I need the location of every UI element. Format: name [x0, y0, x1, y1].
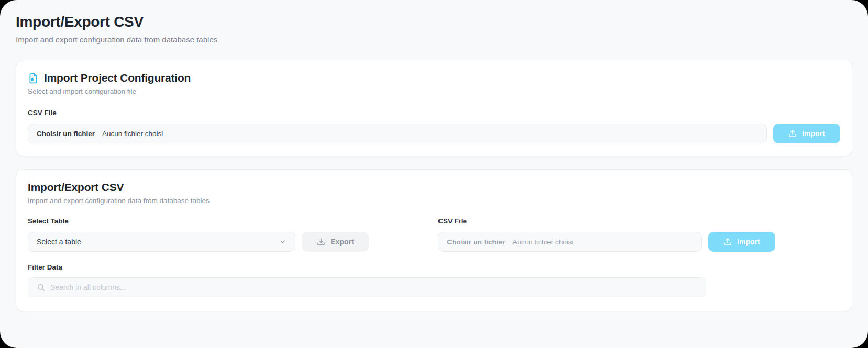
upload-icon: [788, 129, 797, 138]
page-subtitle: Import and export configuration data fro…: [16, 35, 852, 44]
export-button-label: Export: [331, 238, 354, 246]
file-archive-icon: [28, 73, 39, 84]
page-title: Import/Export CSV: [16, 14, 852, 30]
download-icon: [317, 238, 325, 246]
file-choose-button[interactable]: Choisir un fichier: [447, 238, 505, 246]
upload-icon: [723, 238, 732, 246]
file-status-text: Aucun fichier choisi: [512, 238, 573, 246]
table-select[interactable]: Select a table: [28, 232, 295, 252]
page-header: Import/Export CSV Import and export conf…: [0, 0, 868, 44]
import-export-csv-card: Import/Export CSV Import and export conf…: [16, 169, 852, 311]
filter-search-input[interactable]: [50, 283, 697, 291]
filter-data-label: Filter Data: [28, 263, 840, 271]
csv-file-label: CSV File: [28, 109, 840, 117]
import-button-label: Import: [737, 238, 760, 246]
card-title: Import/Export CSV: [28, 181, 840, 194]
card-title: Import Project Configuration: [44, 72, 191, 84]
search-icon: [37, 283, 45, 291]
export-button[interactable]: Export: [302, 232, 369, 252]
select-table-label: Select Table: [28, 217, 369, 225]
import-button[interactable]: Import: [773, 124, 840, 143]
card-subtitle: Import and export configuration data fro…: [28, 197, 840, 205]
table-select-value: Select a table: [37, 238, 81, 246]
filter-search-field[interactable]: [28, 277, 706, 297]
card-subtitle: Select and import configuration file: [28, 87, 840, 95]
file-choose-button[interactable]: Choisir un fichier: [37, 130, 95, 138]
csv-file-label: CSV File: [438, 217, 775, 225]
page: Import/Export CSV Import and export conf…: [0, 0, 868, 348]
import-button-label: Import: [802, 129, 825, 138]
csv-file-input[interactable]: Choisir un fichier Aucun fichier choisi: [438, 232, 702, 252]
chevron-down-icon: [279, 238, 287, 245]
file-status-text: Aucun fichier choisi: [102, 130, 163, 138]
csv-file-input[interactable]: Choisir un fichier Aucun fichier choisi: [28, 124, 767, 143]
import-project-configuration-card: Import Project Configuration Select and …: [16, 60, 852, 156]
import-button[interactable]: Import: [708, 232, 775, 252]
